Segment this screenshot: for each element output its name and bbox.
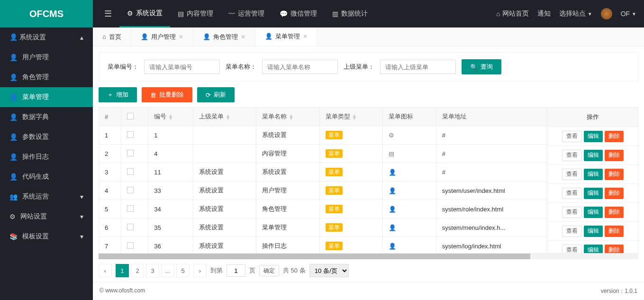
delete-button[interactable]: 删除 xyxy=(605,169,624,180)
sidebar-item-2[interactable]: 👤 菜单管理 xyxy=(0,87,93,107)
delete-button[interactable]: 删除 xyxy=(605,131,624,142)
edit-button[interactable]: 编辑 xyxy=(584,150,603,161)
nav-icon: ▤ xyxy=(178,10,184,18)
sidebar-icon: 👤 xyxy=(9,133,18,141)
sort-icon[interactable] xyxy=(352,114,357,120)
delete-button[interactable]: 删除 xyxy=(605,245,624,254)
add-button[interactable]: ＋ 增加 xyxy=(99,87,137,102)
sort-icon[interactable] xyxy=(168,114,173,120)
tab-close-icon[interactable]: ✕ xyxy=(241,34,245,40)
topnav-item-2[interactable]: 〰 运营管理 xyxy=(221,0,272,27)
parent-input[interactable] xyxy=(380,60,456,74)
topnav-right: ⌂ 网站首页 通知 选择站点 ▼ OF ▼ xyxy=(496,8,644,19)
row-checkbox[interactable] xyxy=(127,131,134,138)
page-1[interactable]: 1 xyxy=(116,264,129,277)
site-select[interactable]: 选择站点 ▼ xyxy=(559,9,592,18)
tab-1[interactable]: 👤 用户管理 ✕ xyxy=(131,27,193,46)
edit-button[interactable]: 编辑 xyxy=(584,188,603,199)
edit-button[interactable]: 编辑 xyxy=(584,207,603,218)
sidebar-header[interactable]: 👤 系统设置 ▴ xyxy=(0,27,93,47)
topbar: OFCMS ☰ ⚙ 系统设置▤ 内容管理〰 运营管理💬 微信管理▥ 数据统计 ⌂… xyxy=(0,0,644,27)
column-header-4[interactable]: 菜单名称 xyxy=(256,108,319,126)
topnav-item-1[interactable]: ▤ 内容管理 xyxy=(170,0,221,27)
sidebar-item-6[interactable]: 👤 代码生成 xyxy=(0,167,93,187)
row-checkbox[interactable] xyxy=(127,242,134,249)
tab-2[interactable]: 👤 角色管理 ✕ xyxy=(193,27,255,46)
sidebar-item-1[interactable]: 👤 角色管理 xyxy=(0,67,93,87)
goto-input[interactable] xyxy=(227,264,245,277)
search-button[interactable]: 🔍 查询 xyxy=(462,59,501,74)
cell-code: 35 xyxy=(148,218,193,237)
refresh-button[interactable]: ⟳ 刷新 xyxy=(197,87,235,102)
user-menu[interactable]: OF ▼ xyxy=(621,10,636,18)
page-...[interactable]: ... xyxy=(161,264,174,277)
view-button[interactable]: 查看 xyxy=(562,150,582,161)
batch-delete-button[interactable]: 🗑 批量删除 xyxy=(142,87,192,102)
row-checkbox[interactable] xyxy=(127,150,134,156)
view-button[interactable]: 查看 xyxy=(562,169,582,180)
topnav-item-4[interactable]: ▥ 数据统计 xyxy=(325,0,375,27)
sort-icon[interactable] xyxy=(289,114,293,120)
delete-button[interactable]: 删除 xyxy=(605,226,624,237)
sidebar-toggle-icon[interactable]: ☰ xyxy=(97,9,119,19)
view-button[interactable]: 查看 xyxy=(562,226,582,237)
view-button[interactable]: 查看 xyxy=(562,131,582,142)
sidebar-item-7[interactable]: 👥 系统运营▾ xyxy=(0,187,93,207)
row-checkbox[interactable] xyxy=(127,224,134,230)
sidebar-item-0[interactable]: 👤 用户管理 xyxy=(0,47,93,67)
select-all-checkbox[interactable] xyxy=(127,113,134,119)
topnav-item-0[interactable]: ⚙ 系统设置 xyxy=(119,0,170,27)
action-row: 查看编辑删除 xyxy=(548,184,638,203)
edit-button[interactable]: 编辑 xyxy=(584,245,603,254)
tab-0[interactable]: ⌂ 首页 xyxy=(93,27,131,46)
goto-button[interactable]: 确定 xyxy=(259,265,279,276)
sidebar-item-5[interactable]: 👤 操作日志 xyxy=(0,147,93,167)
column-header-0[interactable]: # xyxy=(99,108,121,126)
page-size-select[interactable]: 10 条/页 xyxy=(309,264,349,277)
sort-icon[interactable] xyxy=(226,114,230,120)
tab-close-icon[interactable]: ✕ xyxy=(179,34,183,40)
topnav-item-3[interactable]: 💬 微信管理 xyxy=(272,0,325,27)
page-5[interactable]: 5 xyxy=(176,264,190,277)
page-2[interactable]: 2 xyxy=(131,264,144,277)
row-checkbox[interactable] xyxy=(127,205,134,212)
name-input[interactable] xyxy=(262,60,338,74)
horizontal-scrollbar[interactable] xyxy=(99,254,638,259)
view-button[interactable]: 查看 xyxy=(562,188,582,199)
sidebar-item-8[interactable]: ⚙ 网站设置▾ xyxy=(0,207,93,227)
column-header-7[interactable]: 菜单地址 xyxy=(436,108,546,126)
notify-link[interactable]: 通知 xyxy=(537,9,551,18)
edit-button[interactable]: 编辑 xyxy=(584,131,603,142)
page-3[interactable]: 3 xyxy=(146,264,159,277)
home-link[interactable]: ⌂ 网站首页 xyxy=(496,9,528,18)
view-button[interactable]: 查看 xyxy=(562,207,582,218)
column-header-2[interactable]: 编号 xyxy=(148,108,193,126)
delete-button[interactable]: 删除 xyxy=(605,207,624,218)
toolbar: ＋ 增加 🗑 批量删除 ⟳ 刷新 xyxy=(93,87,644,107)
cell-type: 菜单 xyxy=(319,237,382,254)
sidebar-item-4[interactable]: 👤 参数设置 xyxy=(0,127,93,147)
tab-close-icon[interactable]: ✕ xyxy=(303,33,308,40)
row-checkbox[interactable] xyxy=(127,168,134,175)
prev-page[interactable]: ‹ xyxy=(99,264,112,277)
tab-3[interactable]: 👤 菜单管理 ✕ xyxy=(255,27,317,46)
sidebar-item-3[interactable]: 👤 数据字典 xyxy=(0,107,93,127)
delete-button[interactable]: 删除 xyxy=(605,150,624,161)
delete-button[interactable]: 删除 xyxy=(605,188,624,199)
row-checkbox[interactable] xyxy=(127,187,134,193)
column-header-1[interactable] xyxy=(121,108,148,126)
next-page[interactable]: › xyxy=(193,264,207,277)
cell-name: 用户管理 xyxy=(256,182,319,200)
edit-button[interactable]: 编辑 xyxy=(584,226,603,237)
avatar[interactable] xyxy=(601,8,612,19)
sidebar-item-9[interactable]: 📚 模板设置▾ xyxy=(0,227,93,246)
caret-down-icon: ▾ xyxy=(80,213,83,220)
code-input[interactable] xyxy=(144,60,220,74)
table-wrap: #编号上级菜单菜单名称菜单类型菜单图标菜单地址权限标识排 11系统设置菜单⚙#s… xyxy=(99,107,638,254)
column-header-3[interactable]: 上级菜单 xyxy=(193,108,256,126)
tab-icon: ⌂ xyxy=(102,33,106,40)
edit-button[interactable]: 编辑 xyxy=(584,169,603,180)
column-header-6[interactable]: 菜单图标 xyxy=(382,108,436,126)
view-button[interactable]: 查看 xyxy=(562,245,582,254)
column-header-5[interactable]: 菜单类型 xyxy=(319,108,382,126)
